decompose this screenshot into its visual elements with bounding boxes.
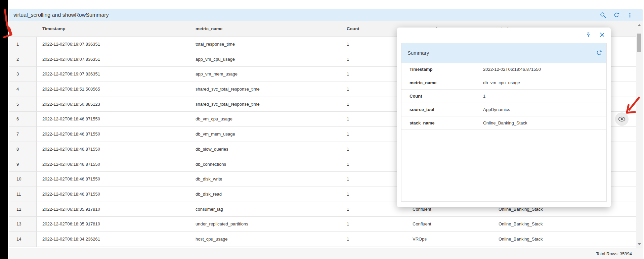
row-number: 2 — [16, 52, 19, 67]
cell-count: 1 — [347, 157, 349, 172]
row-number-cell — [9, 142, 37, 157]
cell-timestamp: 2022-12-02T06:18:46.871550 — [42, 142, 100, 157]
row-number-cell — [9, 52, 37, 67]
refresh-icon[interactable] — [596, 50, 602, 56]
summary-field-label: stack_name — [410, 116, 434, 130]
cell-timestamp: 2022-12-02T06:18:34.236261 — [42, 232, 100, 247]
scrollbar-thumb[interactable] — [637, 34, 641, 52]
close-icon[interactable] — [599, 32, 605, 38]
cell-count: 1 — [347, 217, 349, 231]
summary-field-row: stack_name Online_Banking_Stack — [401, 116, 606, 130]
cell-metric-name: db_slow_queries — [196, 142, 228, 157]
cell-metric-name: db_disk_write — [196, 172, 222, 187]
cell-count: 1 — [347, 37, 349, 52]
row-number-cell — [9, 232, 37, 247]
row-number-cell — [9, 157, 37, 172]
cell-count: 1 — [347, 112, 349, 126]
cell-count: 1 — [347, 127, 349, 142]
row-number-cell — [9, 172, 37, 187]
refresh-icon[interactable] — [613, 12, 620, 18]
row-number-cell — [9, 82, 37, 97]
cell-count: 1 — [347, 142, 349, 157]
row-number: 4 — [16, 82, 19, 97]
cell-source-tool: VROps — [413, 232, 427, 247]
grid-title-bar: virtual_scrolling and showRowSummary — [9, 9, 643, 21]
summary-field-value: db_vm_cpu_usage — [483, 76, 520, 89]
scroll-up-arrow-icon[interactable] — [638, 24, 641, 26]
summary-field-row: Timestamp 2022-12-02T06:18:46.871550 — [401, 63, 606, 76]
summary-panel-header: Summary — [401, 43, 606, 63]
summary-field-label: Count — [410, 90, 422, 103]
cell-timestamp: 2022-12-02T06:18:46.871550 — [42, 187, 100, 202]
cell-metric-name: db_disk_read — [196, 187, 222, 202]
row-number: 13 — [16, 217, 21, 231]
cell-stack-name: Online_Banking_Stack — [499, 217, 543, 231]
cell-count: 1 — [347, 232, 349, 247]
cell-timestamp: 2022-12-02T06:19:07.836351 — [42, 37, 100, 52]
cell-metric-name: db_vm_cpu_usage — [196, 112, 232, 126]
grid-footer: Total Rows: 35994 — [9, 249, 643, 259]
column-header-count[interactable]: Count — [347, 21, 359, 37]
summary-field-row: metric_name db_vm_cpu_usage — [401, 76, 606, 90]
summary-field-row: Count 1 — [401, 90, 606, 103]
cell-metric-name: shared_svc_total_response_time — [196, 82, 260, 97]
row-number-cell — [9, 187, 37, 202]
summary-field-value: Online_Banking_Stack — [483, 116, 527, 130]
summary-field-label: Timestamp — [410, 63, 432, 76]
cell-count: 1 — [347, 187, 349, 202]
summary-field-row: source_tool AppDynamics — [401, 103, 606, 116]
cell-timestamp: 2022-12-02T06:18:35.917810 — [42, 217, 100, 231]
cell-timestamp: 2022-12-02T06:19:07.836351 — [42, 52, 100, 67]
cell-timestamp: 2022-12-02T06:19:07.836351 — [42, 67, 100, 82]
cell-metric-name: app_vm_mem_usage — [196, 67, 238, 82]
cell-count: 1 — [347, 82, 349, 97]
cell-metric-name: app_vm_cpu_usage — [196, 52, 235, 67]
table-row[interactable]: 13 2022-12-02T06:18:35.917810 under_repl… — [9, 217, 636, 232]
column-header-metric-name[interactable]: metric_name — [196, 21, 222, 37]
summary-field-label: source_tool — [410, 103, 434, 116]
page-title: virtual_scrolling and showRowSummary — [13, 9, 109, 21]
pin-icon[interactable] — [585, 32, 592, 38]
summary-field-label: metric_name — [410, 76, 436, 89]
row-number: 10 — [16, 172, 21, 187]
table-row[interactable]: 14 2022-12-02T06:18:34.236261 host_cpu_u… — [9, 232, 636, 247]
cell-metric-name: db_connections — [196, 157, 226, 172]
row-summary-eye-button[interactable] — [615, 112, 629, 126]
cell-count: 1 — [347, 52, 349, 67]
screen-edge — [0, 0, 8, 259]
cell-stack-name: Online_Banking_Stack — [499, 232, 543, 247]
cell-count: 1 — [347, 202, 349, 217]
cell-metric-name: host_cpu_usage — [196, 232, 227, 247]
row-number: 14 — [16, 232, 21, 247]
cell-count: 1 — [347, 172, 349, 187]
cell-count: 1 — [347, 97, 349, 112]
row-number: 6 — [16, 112, 19, 126]
cell-metric-name: total_response_time — [196, 37, 235, 52]
search-icon[interactable] — [600, 12, 606, 18]
cell-timestamp: 2022-12-02T06:18:46.871550 — [42, 127, 100, 142]
row-number-cell — [9, 37, 37, 52]
row-number-cell — [9, 97, 37, 112]
kebab-menu-icon[interactable] — [627, 12, 633, 18]
row-number: 3 — [16, 67, 19, 82]
row-number: 9 — [16, 157, 19, 172]
cell-source-tool: Confluent — [413, 217, 431, 231]
summary-panel: Summary Timestamp 2022-12-02T06:18:46.87… — [401, 43, 607, 202]
row-summary-popup: Summary Timestamp 2022-12-02T06:18:46.87… — [397, 28, 611, 207]
row-number-cell — [9, 67, 37, 82]
column-header-timestamp[interactable]: Timestamp — [42, 21, 65, 37]
row-number: 1 — [16, 37, 19, 52]
summary-field-value: AppDynamics — [483, 103, 510, 116]
summary-title: Summary — [407, 43, 429, 63]
cell-timestamp: 2022-12-02T06:18:46.871550 — [42, 157, 100, 172]
cell-timestamp: 2022-12-02T06:18:51.508565 — [42, 82, 100, 97]
vertical-scrollbar[interactable] — [636, 21, 643, 248]
row-number: 8 — [16, 142, 19, 157]
row-number: 7 — [16, 127, 19, 142]
row-number-cell — [9, 217, 37, 231]
summary-fields: Timestamp 2022-12-02T06:18:46.871550 met… — [401, 63, 606, 130]
cell-timestamp: 2022-12-02T06:18:46.871550 — [42, 172, 100, 187]
cell-count: 1 — [347, 67, 349, 82]
scroll-down-arrow-icon[interactable] — [638, 243, 641, 245]
eye-icon — [618, 115, 626, 123]
